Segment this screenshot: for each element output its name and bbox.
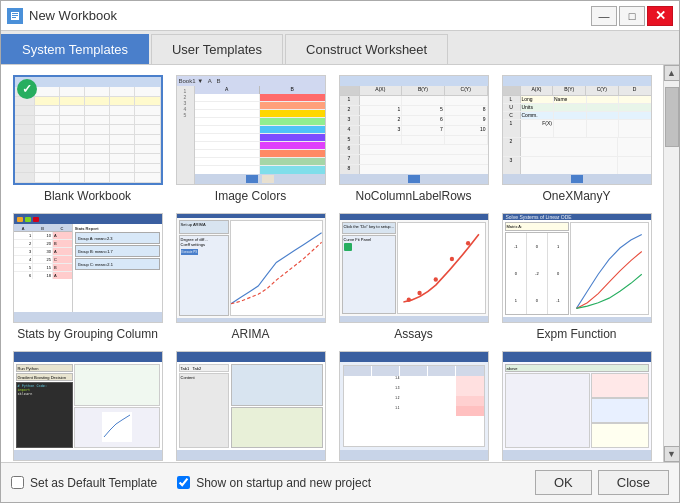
close-window-button[interactable]: ✕ xyxy=(647,6,673,26)
svg-point-7 xyxy=(407,297,411,302)
template-label-nocolumn: NoColumnLabelRows xyxy=(355,189,471,203)
template-grid: ✓ xyxy=(11,75,653,462)
set-default-label: Set as Default Template xyxy=(30,476,157,490)
template-placeholder4[interactable]: above xyxy=(500,351,653,462)
template-label-imagecolors: Image Colors xyxy=(215,189,286,203)
footer-buttons: OK Close xyxy=(535,470,669,495)
template-blank-workbook[interactable]: ✓ xyxy=(11,75,164,203)
svg-point-11 xyxy=(466,241,470,246)
template-thumb-blank: ✓ xyxy=(13,75,163,185)
app-icon xyxy=(7,8,23,24)
template-placeholder3[interactable]: 1.4 1.3 1.2 1.1 xyxy=(337,351,490,462)
show-startup-label: Show on startup and new project xyxy=(196,476,371,490)
template-thumb-placeholder3: 1.4 1.3 1.2 1.1 xyxy=(339,351,489,461)
template-thumb-placeholder2: Tab1 Tab2 Content xyxy=(176,351,326,461)
footer-left: Set as Default Template xyxy=(11,476,157,490)
svg-point-8 xyxy=(418,291,422,296)
new-workbook-dialog: New Workbook — □ ✕ System Templates User… xyxy=(0,0,680,503)
template-label-assays: Assays xyxy=(394,327,433,341)
template-expm[interactable]: Solve Systems of Linear ODE Matrix A: -1… xyxy=(500,213,653,341)
svg-rect-3 xyxy=(12,15,18,16)
template-label-arima: ARIMA xyxy=(231,327,269,341)
scroll-thumb[interactable] xyxy=(665,87,679,147)
title-bar: New Workbook — □ ✕ xyxy=(1,1,679,31)
tab-user-templates[interactable]: User Templates xyxy=(151,34,283,64)
close-button[interactable]: Close xyxy=(598,470,669,495)
template-stats[interactable]: ABC 110A 220B 330A 425C 515B 618A xyxy=(11,213,164,341)
ok-button[interactable]: OK xyxy=(535,470,592,495)
title-bar-left: New Workbook xyxy=(7,8,117,24)
template-label-stats: Stats by Grouping Column xyxy=(17,327,158,341)
template-python[interactable]: Run Python Gradient Boosting Decision # … xyxy=(11,351,164,462)
template-label-blank: Blank Workbook xyxy=(44,189,131,203)
scroll-track[interactable] xyxy=(664,81,680,446)
template-assays[interactable]: Click the "Do" key to setup... Curve Fit… xyxy=(337,213,490,341)
template-label-onexmany: OneXManyY xyxy=(542,189,610,203)
template-thumb-assays: Click the "Do" key to setup... Curve Fit… xyxy=(339,213,489,323)
svg-rect-4 xyxy=(12,17,16,18)
template-thumb-placeholder4: above xyxy=(502,351,652,461)
template-thumb-expm: Solve Systems of Linear ODE Matrix A: -1… xyxy=(502,213,652,323)
template-thumb-onexmany: A(X)B(Y)C(Y)D LLongName UUnits CComm. 1F… xyxy=(502,75,652,185)
svg-rect-2 xyxy=(12,13,18,14)
show-startup-checkbox[interactable] xyxy=(177,476,190,489)
template-label-expm: Expm Function xyxy=(536,327,616,341)
set-default-checkbox[interactable] xyxy=(11,476,24,489)
footer: Set as Default Template Show on startup … xyxy=(1,462,679,502)
svg-point-9 xyxy=(434,277,438,282)
svg-point-10 xyxy=(450,257,454,262)
footer-right: Show on startup and new project xyxy=(177,476,515,490)
selected-checkmark: ✓ xyxy=(17,79,37,99)
template-thumb-python: Run Python Gradient Boosting Decision # … xyxy=(13,351,163,461)
template-thumb-arima: Set up ARIMA Degree of diff... Coeff set… xyxy=(176,213,326,323)
template-thumb-stats: ABC 110A 220B 330A 425C 515B 618A xyxy=(13,213,163,323)
template-placeholder2[interactable]: Tab1 Tab2 Content xyxy=(174,351,327,462)
scroll-down-arrow[interactable]: ▼ xyxy=(664,446,680,462)
template-image-colors[interactable]: Book1 ▼ A B 12345 AB xyxy=(174,75,327,203)
dialog-title: New Workbook xyxy=(29,8,117,23)
maximize-button[interactable]: □ xyxy=(619,6,645,26)
tab-construct-worksheet[interactable]: Construct Worksheet xyxy=(285,34,448,64)
content-area: ✓ xyxy=(1,65,679,462)
vertical-scrollbar[interactable]: ▲ ▼ xyxy=(663,65,679,462)
svg-rect-12 xyxy=(571,223,647,314)
tab-bar: System Templates User Templates Construc… xyxy=(1,31,679,65)
template-thumb-nocolumn: A(X)B(Y)C(Y) 1 2158 3269 43710 5 6 7 xyxy=(339,75,489,185)
template-nocolumnlabelrows[interactable]: A(X)B(Y)C(Y) 1 2158 3269 43710 5 6 7 xyxy=(337,75,490,203)
template-grid-container[interactable]: ✓ xyxy=(1,65,663,462)
template-thumb-imagecolors: Book1 ▼ A B 12345 AB xyxy=(176,75,326,185)
template-onexmany[interactable]: A(X)B(Y)C(Y)D LLongName UUnits CComm. 1F… xyxy=(500,75,653,203)
template-arima[interactable]: Set up ARIMA Degree of diff... Coeff set… xyxy=(174,213,327,341)
scroll-up-arrow[interactable]: ▲ xyxy=(664,65,680,81)
svg-rect-5 xyxy=(231,221,322,316)
tab-system-templates[interactable]: System Templates xyxy=(1,34,149,64)
window-controls: — □ ✕ xyxy=(591,6,673,26)
minimize-button[interactable]: — xyxy=(591,6,617,26)
